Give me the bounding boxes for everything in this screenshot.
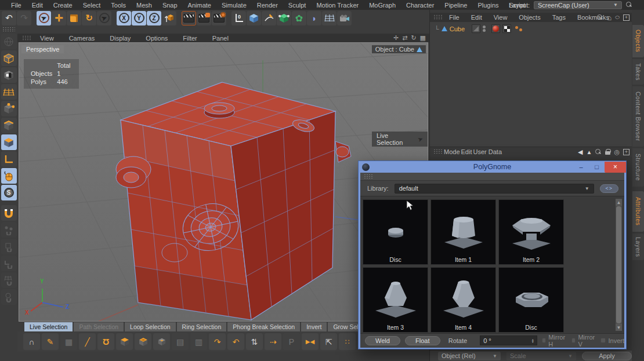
undo-icon[interactable]: ↶: [2, 11, 16, 25]
attr-menu-userdata[interactable]: User Data: [473, 148, 502, 155]
tab-content-browser[interactable]: Content Browser: [632, 86, 644, 147]
toolbar-grip[interactable]: [2, 27, 15, 32]
menu-select[interactable]: Select: [78, 2, 106, 9]
knife-tool-icon[interactable]: ╱: [79, 333, 96, 350]
axis-mode-icon[interactable]: [1, 151, 17, 167]
menu-render[interactable]: Render: [252, 2, 283, 9]
editor-visibility-toggle[interactable]: [472, 24, 480, 33]
vp-menu-filter[interactable]: Filter: [176, 35, 203, 42]
pan-view-icon[interactable]: ✛: [393, 34, 399, 42]
preset-item1[interactable]: Item 1: [430, 199, 496, 265]
vp-menu-display[interactable]: Display: [103, 35, 137, 42]
object-row-cube[interactable]: └ Cube: [430, 22, 632, 33]
rotate-edge-icon[interactable]: ↷: [209, 333, 226, 350]
weld-button[interactable]: Weld: [365, 336, 400, 345]
align-spacing-icon[interactable]: ⇅: [246, 333, 263, 350]
apply-button[interactable]: Apply: [582, 352, 632, 360]
extrude-tool-icon[interactable]: [116, 333, 133, 350]
tab-attributes[interactable]: Attributes: [632, 191, 644, 232]
scale-tool-icon[interactable]: [67, 11, 81, 25]
phong-tag[interactable]: [515, 26, 522, 31]
om-menu-objects[interactable]: Objects: [513, 14, 545, 21]
dialog-grip[interactable]: [360, 173, 624, 181]
set-point-value-icon[interactable]: ⇢: [265, 333, 281, 350]
om-add-icon[interactable]: +: [623, 14, 629, 21]
attr-grip[interactable]: [433, 149, 443, 155]
preset-disc[interactable]: Disc: [363, 199, 428, 265]
menu-character[interactable]: Character: [401, 2, 439, 9]
om-path-icon[interactable]: ⬭: [615, 14, 620, 21]
pen-tool-icon[interactable]: ✎: [42, 333, 59, 350]
maximize-icon[interactable]: □: [589, 162, 605, 173]
library-swap-button[interactable]: <>: [600, 184, 618, 193]
preset-item3[interactable]: Item 3: [363, 267, 428, 333]
tab-takes[interactable]: Takes: [632, 59, 644, 85]
magnet-tool-icon[interactable]: Ω: [97, 333, 114, 350]
render-visibility-dots[interactable]: [483, 25, 486, 32]
lock-z-axis-icon[interactable]: Z: [147, 11, 161, 25]
model-mode-icon[interactable]: [1, 50, 17, 66]
menu-plugins[interactable]: Plugins: [472, 2, 504, 9]
om-menu-tags[interactable]: Tags: [547, 14, 571, 21]
snap-mode-icon[interactable]: S: [1, 185, 17, 200]
attr-menu-edit[interactable]: Edit: [461, 148, 472, 155]
om-menu-edit[interactable]: Edit: [466, 14, 487, 21]
tweak-mode-icon[interactable]: [1, 168, 17, 184]
camera-label[interactable]: Perspective: [21, 45, 64, 53]
lock-y-axis-icon[interactable]: Y: [132, 11, 146, 25]
om-menu-file[interactable]: File: [444, 14, 465, 21]
render-picture-viewer-icon[interactable]: [197, 11, 211, 25]
om-menu-view[interactable]: View: [489, 14, 513, 21]
tab-ring-selection[interactable]: Ring Selection: [177, 322, 227, 331]
points-mode-icon[interactable]: [1, 101, 17, 116]
tab-structure[interactable]: Structure: [632, 148, 644, 187]
om-home-icon[interactable]: ⌂: [607, 13, 612, 22]
coord-mode-dropdown[interactable]: Object (Rel) ▼: [438, 352, 501, 360]
coordinate-system-icon[interactable]: [162, 11, 176, 25]
inner-extrude-tool-icon[interactable]: [135, 333, 151, 350]
add-camera-icon[interactable]: [337, 11, 352, 25]
add-cube-icon[interactable]: [247, 11, 261, 25]
close-icon[interactable]: ×: [605, 162, 626, 173]
material-tag[interactable]: [491, 24, 500, 33]
tab-live-selection[interactable]: Live Selection: [24, 322, 73, 331]
attr-back-icon[interactable]: ◀: [578, 148, 583, 156]
preset-disc2[interactable]: Disc: [498, 267, 564, 333]
axis-center-icon[interactable]: ⇱: [320, 333, 337, 350]
menu-tools[interactable]: Tools: [106, 2, 131, 9]
tab-layers[interactable]: Layers: [632, 234, 644, 260]
vp-menu-options[interactable]: Options: [139, 35, 174, 42]
rotate-spinner[interactable]: 0 ° ▴▾: [480, 336, 537, 345]
tab-loop-selection[interactable]: Loop Selection: [125, 322, 175, 331]
spinner-arrows-icon[interactable]: ▴▾: [532, 338, 534, 343]
track-icon[interactable]: ◎: [614, 148, 620, 156]
search-icon[interactable]: [626, 2, 632, 8]
move-tool-icon[interactable]: ✛: [52, 11, 66, 25]
add-floor-icon[interactable]: [322, 11, 337, 25]
tab-objects[interactable]: Objects: [632, 25, 644, 57]
grid-scrollbar[interactable]: ▲ ▼: [615, 198, 623, 331]
attr-up-icon[interactable]: ▲: [586, 149, 592, 155]
live-selection-tool-icon[interactable]: ➤: [37, 11, 51, 25]
scroll-down-icon[interactable]: ▼: [616, 324, 622, 331]
add-mograph-icon[interactable]: ✿: [292, 11, 306, 25]
workplane-mode-icon[interactable]: [1, 84, 17, 100]
library-dropdown[interactable]: default ▼: [395, 184, 594, 194]
menu-sculpt[interactable]: Sculpt: [283, 2, 312, 9]
vp-menu-panel[interactable]: Panel: [206, 35, 235, 42]
arc-tool-icon[interactable]: ∩: [23, 333, 40, 350]
tab-invert[interactable]: Invert: [301, 322, 327, 331]
layout-dropdown[interactable]: ScreenCap (User) ▼: [534, 1, 622, 9]
texture-mode-icon[interactable]: [1, 67, 17, 83]
active-tool-tag[interactable]: Live Selection ➤: [372, 132, 428, 147]
minimize-icon[interactable]: –: [573, 162, 589, 173]
lock-icon[interactable]: [605, 149, 610, 155]
menu-mograph[interactable]: MoGraph: [364, 2, 401, 9]
viewport-grip[interactable]: [22, 35, 31, 41]
rotate-view-icon[interactable]: ↻: [411, 34, 416, 42]
attr-add-icon[interactable]: +: [623, 149, 629, 155]
polygons-mode-icon[interactable]: [1, 134, 17, 150]
attr-search-icon[interactable]: [595, 149, 602, 155]
preset-item2[interactable]: Item 2: [498, 199, 564, 265]
zoom-view-icon[interactable]: ⇄: [402, 34, 407, 42]
